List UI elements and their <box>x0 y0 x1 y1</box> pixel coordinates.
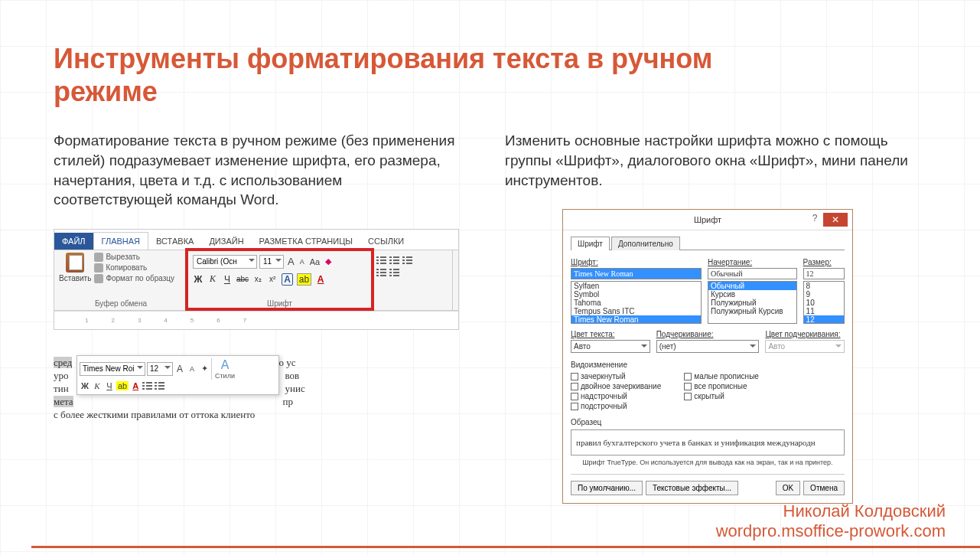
footer: Николай Колдовский wordpro.msoffice-prow… <box>716 501 946 541</box>
mini-numbering[interactable] <box>155 381 165 390</box>
text-effects-button[interactable]: Текстовые эффекты... <box>646 481 738 495</box>
ok-button[interactable]: OK <box>776 481 800 495</box>
chk-hidden[interactable]: скрытый <box>684 392 759 400</box>
clipboard-label: Буфер обмена <box>59 299 183 308</box>
brush-icon <box>94 274 103 283</box>
preview-hint: Шрифт TrueType. Он используется для выво… <box>571 459 845 466</box>
mini-toolbar: Times New Roi 12 A A ✦ A Стили Ж <box>77 355 279 395</box>
paste-button[interactable]: Вставить <box>59 253 91 283</box>
subscript-button[interactable]: x₂ <box>252 275 263 283</box>
change-case-button[interactable]: Aa <box>308 257 321 266</box>
chk-smallcaps[interactable]: малые прописные <box>684 372 759 380</box>
tab-font[interactable]: Шрифт <box>571 237 610 250</box>
copy-icon <box>94 263 103 273</box>
color-label: Цвет текста: <box>571 330 650 338</box>
mini-font-select[interactable]: Times New Roi <box>80 362 145 376</box>
chk-dstrike[interactable]: двойное зачеркивание <box>571 382 661 390</box>
ruler: 1234567 <box>54 311 458 329</box>
underline-button[interactable]: Ч <box>222 274 233 285</box>
ribbon-tab-design[interactable]: ДИЗАЙН <box>201 233 251 250</box>
align-left-icon[interactable] <box>376 268 387 277</box>
numbering-icon[interactable] <box>389 256 400 265</box>
paragraph-group <box>372 250 453 310</box>
mini-styles-button[interactable]: A Стили <box>211 358 235 380</box>
cut-button[interactable]: Вырезать <box>94 253 174 262</box>
font-label: Шрифт: <box>571 258 702 266</box>
mini-italic[interactable]: К <box>92 381 103 390</box>
default-button[interactable]: По умолчанию... <box>571 481 643 495</box>
cancel-button[interactable]: Отмена <box>803 481 845 495</box>
mini-bullets[interactable] <box>142 381 153 390</box>
format-painter-button[interactable]: Формат по образцу <box>94 274 174 283</box>
ribbon-screenshot: ФАЙЛ ГЛАВНАЯ ВСТАВКА ДИЗАЙН РАЗМЕТКА СТР… <box>54 229 459 330</box>
color-select[interactable]: Авто <box>571 340 650 353</box>
underline-select[interactable]: (нет) <box>656 340 760 353</box>
strike-button[interactable]: abc <box>236 275 249 283</box>
mini-color[interactable]: A <box>130 381 141 390</box>
effects-label: Видоизменение <box>571 361 845 369</box>
close-button[interactable]: ✕ <box>823 213 848 227</box>
font-group-label: Шрифт <box>193 299 366 308</box>
tab-advanced[interactable]: Дополнительно <box>611 237 680 250</box>
clipboard-group: Вставить Вырезать Копировать Формат по о… <box>54 250 188 310</box>
highlight-button[interactable]: ab <box>297 273 311 286</box>
ribbon-tab-insert[interactable]: ВСТАВКА <box>148 233 201 250</box>
mini-highlight[interactable]: ab <box>116 381 129 390</box>
ribbon-tab-refs[interactable]: ССЫЛКИ <box>360 233 412 250</box>
multilevel-icon[interactable] <box>402 256 413 265</box>
ribbon-tab-layout[interactable]: РАЗМЕТКА СТРАНИЦЫ <box>252 233 360 250</box>
preview-label: Образец <box>571 418 845 426</box>
grow-font-button[interactable]: A <box>286 256 296 267</box>
ribbon-tab-home[interactable]: ГЛАВНАЯ <box>93 232 148 250</box>
bold-button[interactable]: Ж <box>193 274 203 285</box>
font-input[interactable]: Times New Roman <box>571 268 702 279</box>
mini-grow-icon[interactable]: A <box>174 364 185 374</box>
font-name-select[interactable]: Calibri (Осн <box>193 255 257 269</box>
font-list[interactable]: Sylfaen Symbol Tahoma Tempus Sans ITC Ti… <box>571 281 702 324</box>
author-url: wordpro.msoffice-prowork.com <box>716 521 946 541</box>
chk-sub[interactable]: подстрочный <box>571 402 661 410</box>
help-button[interactable]: ? <box>806 213 823 227</box>
text-effects-button[interactable]: A <box>282 273 293 286</box>
size-input[interactable]: 12 <box>803 268 845 279</box>
style-list[interactable]: Обычный Курсив Полужирный Полужирный Кур… <box>708 281 797 324</box>
style-input[interactable]: Обычный <box>708 268 797 279</box>
font-dialog: Шрифт ? ✕ Шрифт Дополнительно <box>562 209 853 504</box>
font-group: Calibri (Осн 11 A A Aa ◆ Ж К Ч <box>188 250 372 310</box>
right-paragraph: Изменить основные настройки шрифта можно… <box>505 131 910 190</box>
mini-painter-icon[interactable]: ✦ <box>199 364 210 374</box>
font-size-select[interactable]: 11 <box>259 255 284 269</box>
font-color-button[interactable]: A <box>315 274 326 285</box>
preview-box: правил бухгалтерского учета в банках и у… <box>571 429 845 455</box>
italic-button[interactable]: К <box>207 273 218 285</box>
bullets-icon[interactable] <box>376 256 387 265</box>
author-name: Николай Колдовский <box>716 501 946 521</box>
chk-allcaps[interactable]: все прописные <box>684 382 759 390</box>
dialog-title: Шрифт <box>694 215 721 224</box>
clear-format-button[interactable]: ◆ <box>324 256 333 266</box>
size-list[interactable]: 8 9 10 11 12 <box>803 281 845 324</box>
style-label: Начертание: <box>708 258 797 266</box>
superscript-button[interactable]: x² <box>267 275 278 283</box>
mini-toolbar-screenshot: средо ус уровов тинунис метапр с более ж… <box>54 357 360 421</box>
shrink-font-button[interactable]: A <box>298 258 306 266</box>
scissors-icon <box>94 253 103 262</box>
underline-color-select[interactable]: Авто <box>765 340 845 353</box>
accent-line <box>31 546 980 548</box>
slide-title: Инструменты форматирования текста в ручн… <box>54 42 742 108</box>
mini-size-select[interactable]: 12 <box>147 362 173 376</box>
mini-shrink-icon[interactable]: A <box>187 365 197 373</box>
mini-underline[interactable]: Ч <box>104 381 115 390</box>
chk-strike[interactable]: зачеркнутый <box>571 372 661 380</box>
ribbon-tab-file[interactable]: ФАЙЛ <box>54 233 93 250</box>
paste-icon <box>66 253 84 273</box>
chk-super[interactable]: надстрочный <box>571 392 661 400</box>
mini-bold[interactable]: Ж <box>80 381 90 390</box>
copy-button[interactable]: Копировать <box>94 263 174 273</box>
underline-color-label: Цвет подчеркивания: <box>765 330 845 338</box>
underline-label: Подчеркивание: <box>656 330 760 338</box>
left-paragraph: Форматирование текста в ручном режиме (б… <box>54 131 459 210</box>
size-label: Размер: <box>803 258 845 266</box>
align-center-icon[interactable] <box>389 268 400 277</box>
styles-icon: A <box>221 358 230 372</box>
